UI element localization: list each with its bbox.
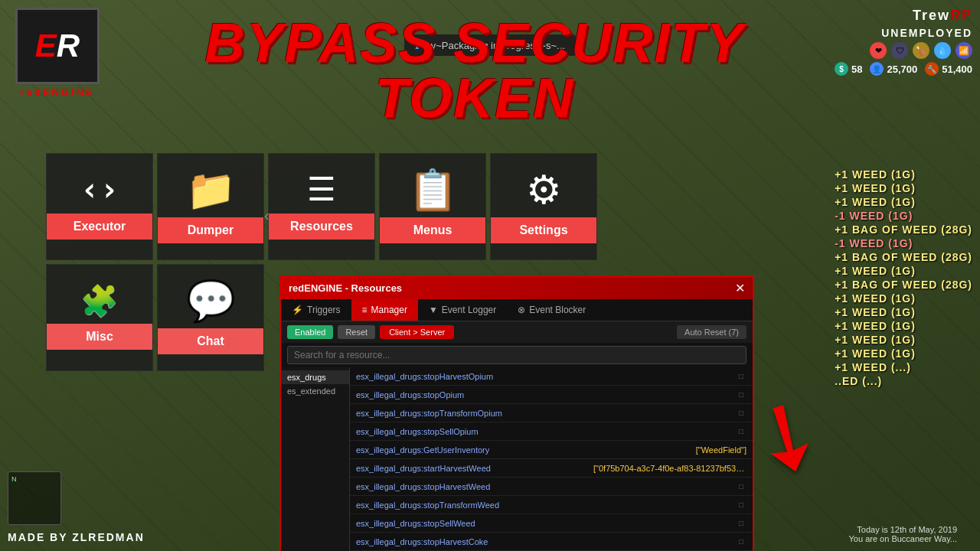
- table-row: esx_illegal_drugs:GetUserInventory ["Wee…: [350, 441, 753, 459]
- table-row: esx_illegal_drugs:stopSellOpium □: [350, 422, 753, 441]
- tab-event-blocker[interactable]: ⊗ Event Blocker: [507, 299, 596, 321]
- subtab-auto-reset[interactable]: Auto Reset (7): [677, 325, 746, 339]
- resource-name: esx_illegal_drugs:GetUserInventory: [356, 445, 688, 455]
- players-value: 25,700: [887, 64, 917, 75]
- made-by-label: MADE BY ZLREDMAN: [8, 531, 145, 543]
- logo-box: ER: [15, 8, 100, 84]
- table-row: esx_illegal_drugs:startHarvestWeed ["0f7…: [350, 459, 753, 478]
- menu-item-menus[interactable]: 📋 Menus: [379, 153, 486, 260]
- loot-entry: +1 WEED (1G): [835, 168, 972, 181]
- loot-log: +1 WEED (1G)+1 WEED (1G)+1 WEED (1G)-1 W…: [835, 168, 972, 387]
- resource-name: esx_illegal_drugs:stopSellOpium: [356, 427, 739, 436]
- dumper-label: Dumper: [158, 217, 263, 243]
- resource-list: esx_drugs es_extended esx_illegal_drugs:…: [281, 367, 753, 551]
- logo-label: redENGINE: [20, 86, 94, 98]
- event-logger-label: Event Logger: [442, 305, 496, 315]
- resource-value: ["0f75b704-a3c7-4f0e-af83-81237bf53512"]: [593, 464, 746, 473]
- loot-entry: +1 WEED (1G): [835, 347, 972, 360]
- resource-bullet: □: [739, 519, 746, 527]
- event-blocker-label: Event Blocker: [529, 305, 586, 315]
- loot-entry: +1 WEED (1G): [835, 196, 972, 208]
- money-icon: $: [835, 62, 848, 76]
- tab-triggers[interactable]: ⚡ Triggers: [281, 299, 351, 321]
- resource-bullet: □: [739, 500, 746, 509]
- table-row: esx_illegal_drugs:stopHarvestCoke □: [350, 533, 753, 551]
- resource-bullet: □: [739, 372, 746, 380]
- chat-label: Chat: [158, 328, 263, 354]
- subtab-enabled[interactable]: Enabled: [287, 325, 333, 339]
- hud-stats: $ 58 👤 25,700 🔧 51,400: [835, 62, 972, 76]
- resources-label: Resources: [269, 214, 374, 240]
- resource-sidebar: esx_drugs es_extended: [281, 367, 350, 551]
- loot-entry: +1 WEED (1G): [835, 292, 972, 305]
- menu-item-chat[interactable]: 💬 Chat: [157, 264, 264, 371]
- menu-item-settings[interactable]: ⚙ Settings: [490, 153, 597, 260]
- resources-icon: ☰: [307, 174, 336, 206]
- misc-label: Misc: [47, 324, 152, 350]
- loot-entry: ..ED (...): [835, 375, 972, 387]
- tab-manager[interactable]: ≡ Manager: [351, 299, 418, 321]
- executor-label: Executor: [47, 214, 152, 240]
- modal-title: redENGINE - Resources: [289, 282, 402, 294]
- modal-titlebar: redENGINE - Resources ✕: [281, 277, 753, 299]
- table-row: esx_illegal_drugs:stopSellWeed □: [350, 514, 753, 533]
- event-logger-icon: ▼: [429, 305, 438, 315]
- logo: ER redENGINE: [8, 8, 107, 107]
- loot-entry: +1 WEED (1G): [835, 182, 972, 194]
- table-row: esx_illegal_drugs:stopHarvestOpium □: [350, 367, 753, 386]
- server-ui: TrewRP UNEMPLOYED ❤ 🛡 🍗 💧 📶 $ 58 👤 25,70…: [835, 8, 972, 76]
- event-blocker-icon: ⊗: [518, 305, 525, 315]
- resources-modal: redENGINE - Resources ✕ ⚡ Triggers ≡ Man…: [279, 276, 754, 551]
- resource-table: esx_illegal_drugs:stopHarvestOpium □ esx…: [350, 367, 753, 551]
- thirst-icon: 💧: [934, 42, 951, 59]
- modal-subtabs: Enabled Reset Client > Server Auto Reset…: [281, 321, 753, 343]
- server-location: You are on Buccaneer Way...: [849, 534, 957, 543]
- loot-entry: +1 WEED (1G): [835, 265, 972, 277]
- resource-name: esx_illegal_drugs:stopOpium: [356, 390, 739, 399]
- hunger-icon: 🍗: [913, 42, 929, 59]
- loot-entry: +1 WEED (1G): [835, 306, 972, 318]
- manager-icon: ≡: [362, 305, 368, 315]
- table-row: esx_illegal_drugs:stopHarvestWeed □: [350, 478, 753, 496]
- dumper-icon: 📁: [186, 170, 236, 210]
- resource-name: esx_illegal_drugs:stopHarvestOpium: [356, 372, 739, 381]
- misc-icon: 🧩: [80, 285, 119, 316]
- modal-close-button[interactable]: ✕: [735, 281, 745, 295]
- resource-bullet: □: [739, 537, 746, 546]
- resource-bullet: □: [739, 482, 746, 491]
- menu-item-resources[interactable]: ☰ Resources: [268, 153, 375, 260]
- table-row: esx_illegal_drugs:stopOpium □: [350, 386, 753, 404]
- xp-icon: 🔧: [925, 62, 939, 76]
- server-info: Today is 12th of May, 2019 You are on Bu…: [849, 525, 957, 543]
- menu-item-dumper[interactable]: 📁 Dumper: [157, 153, 264, 260]
- loot-entry: -1 WEED (1G): [835, 210, 972, 222]
- table-row: esx_illegal_drugs:stopTransformOpium □: [350, 404, 753, 422]
- menu-item-misc[interactable]: 🧩 Misc: [46, 264, 153, 371]
- sidebar-item-esx-drugs[interactable]: esx_drugs: [281, 370, 349, 384]
- resource-name: esx_illegal_drugs:stopTransformWeed: [356, 500, 739, 510]
- money-value: 58: [851, 64, 862, 75]
- resource-value: ["WeedField"]: [696, 445, 746, 455]
- settings-label: Settings: [491, 217, 596, 243]
- loot-entry: +1 WEED (1G): [835, 320, 972, 332]
- modal-tabs: ⚡ Triggers ≡ Manager ▼ Event Logger ⊗ Ev…: [281, 299, 753, 321]
- collapse-arrow[interactable]: ‹: [264, 207, 270, 224]
- subtab-reset[interactable]: Reset: [338, 325, 375, 339]
- health-icon: ❤: [870, 42, 887, 59]
- search-input[interactable]: [287, 346, 746, 364]
- loot-entry: +1 BAG OF WEED (28G): [835, 223, 972, 236]
- subtab-client-server[interactable]: Client > Server: [380, 325, 454, 339]
- employment-status: UNEMPLOYED: [881, 27, 972, 39]
- sidebar-item-es-extended[interactable]: es_extended: [281, 384, 349, 398]
- resource-name: esx_illegal_drugs:stopSellWeed: [356, 519, 739, 528]
- tab-event-logger[interactable]: ▼ Event Logger: [418, 299, 507, 321]
- menu-item-executor[interactable]: ‹› Executor: [46, 153, 153, 260]
- xp-value: 51,400: [942, 64, 972, 75]
- resource-bullet: □: [739, 390, 746, 399]
- resource-name: esx_illegal_drugs:startHarvestWeed: [356, 464, 586, 473]
- resource-bullet: □: [739, 427, 746, 435]
- bottom-left: N MADE BY ZLREDMAN: [8, 471, 145, 543]
- settings-icon: ⚙: [526, 170, 562, 210]
- resource-name: esx_illegal_drugs:stopTransformOpium: [356, 409, 739, 418]
- minimap: N: [8, 471, 61, 525]
